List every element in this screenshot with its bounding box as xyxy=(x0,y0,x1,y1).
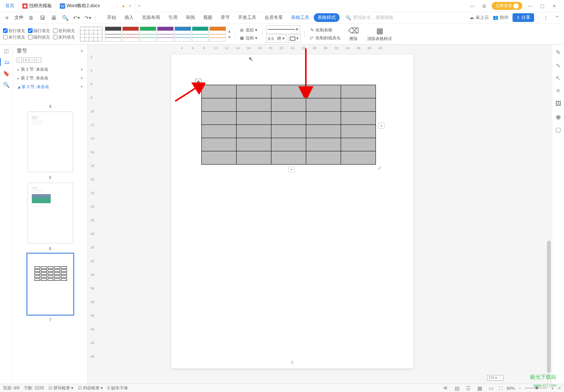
style-orange[interactable] xyxy=(209,26,226,42)
status-fit-icon[interactable]: ⛶ xyxy=(499,386,503,390)
tab-page-layout[interactable]: 页面布局 xyxy=(138,13,164,22)
rail-new-icon[interactable]: ◫ xyxy=(3,47,10,54)
redo-icon[interactable]: ↷▾ xyxy=(84,14,92,22)
rail-highlight-icon[interactable]: ∿ xyxy=(555,61,562,69)
eraser-button[interactable]: ⌫擦除 xyxy=(345,25,362,42)
style-dark[interactable] xyxy=(105,26,122,42)
nav-dropdown-icon[interactable]: ▾ xyxy=(23,58,28,63)
status-eye-icon[interactable]: 👁 xyxy=(442,384,449,392)
share-button[interactable]: ⇪ 分享 xyxy=(513,13,534,22)
command-search[interactable]: 🔍 查找命令、搜索模板 xyxy=(343,14,396,22)
status-font[interactable]: ⎘ 缺失字体 xyxy=(108,385,128,391)
tab-home[interactable]: 首页 xyxy=(2,0,19,12)
vertical-scrollbar[interactable] xyxy=(546,51,552,384)
tab-references[interactable]: 引用 xyxy=(165,13,181,22)
document-table[interactable] xyxy=(201,85,376,165)
tab-insert[interactable]: 插入 xyxy=(121,13,137,22)
style-purple[interactable] xyxy=(157,26,174,42)
status-web-view-icon[interactable]: ▦ xyxy=(476,384,483,392)
draw-diagonal-button[interactable]: ◸绘制斜线表头 xyxy=(308,34,341,42)
more-icon[interactable]: ⋮ xyxy=(542,14,550,22)
status-page[interactable]: 页面: 9/9 xyxy=(3,385,19,391)
rail-image-icon[interactable]: 🖼 xyxy=(555,100,562,107)
nav-close-icon[interactable]: ✕ xyxy=(80,48,84,54)
nav-check-icon[interactable]: ✓ xyxy=(17,58,22,63)
tab-start[interactable]: 开始 xyxy=(103,13,120,22)
nav-item-1[interactable]: 第 1 节: 未命名▾ xyxy=(15,65,85,74)
rail-bookmark-icon[interactable]: 🔖 xyxy=(3,70,10,77)
rail-present-icon[interactable]: ▢ xyxy=(555,126,562,133)
rail-select-icon[interactable]: ↖ xyxy=(555,74,562,82)
style-plain-preview[interactable] xyxy=(80,26,103,42)
undo-icon[interactable]: ↶▾ xyxy=(73,14,80,22)
new-icon[interactable]: 🗎 xyxy=(27,14,35,22)
clear-style-button[interactable]: ▦清除表格样式 xyxy=(364,25,395,42)
collab-button[interactable]: 👥 协作 xyxy=(493,14,509,21)
collapse-ribbon-icon[interactable]: ⌃ xyxy=(553,14,561,22)
status-expand-icon[interactable]: ⤢ xyxy=(558,386,561,390)
status-spell[interactable]: ☑ 拼写检查 ▾ xyxy=(48,385,73,391)
save-icon[interactable]: 🖫 xyxy=(39,14,46,22)
add-row-button[interactable]: + xyxy=(288,166,294,173)
thumb-6[interactable]: 2.DOCX—————————————————————— xyxy=(28,183,73,243)
minimize-button[interactable]: — xyxy=(525,2,534,11)
preview-icon[interactable]: 🔍 xyxy=(61,14,69,22)
chk-alt-row[interactable]: 隔行填充 xyxy=(28,28,50,34)
nav-item-3[interactable]: 第 3 节: 未命名▾ xyxy=(15,82,85,91)
chk-last-col[interactable]: 末列填充 xyxy=(53,34,75,40)
style-green[interactable] xyxy=(140,26,156,42)
cloud-status[interactable]: ☁ 未上云 xyxy=(469,14,489,21)
tab-view[interactable]: 视图 xyxy=(199,13,216,22)
gallery-more[interactable]: ▴▾ xyxy=(227,26,232,42)
horizontal-ruler[interactable]: 46810121416182022242628303234363840 xyxy=(98,45,545,51)
status-words[interactable]: 字数: 2220 xyxy=(24,385,44,391)
menu-icon[interactable]: ≡ xyxy=(3,14,11,22)
close-window-button[interactable]: ✕ xyxy=(550,2,559,11)
draw-table-button[interactable]: ✎绘制表格 xyxy=(308,26,341,34)
rail-spacing-icon[interactable]: ≡ xyxy=(555,87,562,95)
status-content[interactable]: ☑ 内容检查 ▾ xyxy=(78,385,103,391)
layout-icon[interactable]: ▭ xyxy=(467,2,477,11)
maximize-button[interactable]: ▢ xyxy=(538,2,547,11)
close-tab-icon[interactable]: ✕ xyxy=(128,4,131,8)
border-dropdown[interactable]: ▦边框 ▾ xyxy=(238,34,258,42)
chk-first-col[interactable]: 首列填充 xyxy=(53,28,75,34)
add-column-button[interactable]: + xyxy=(379,123,385,129)
chk-alt-col[interactable]: 隔列填充 xyxy=(28,34,50,40)
table-move-handle[interactable]: ✥ xyxy=(195,79,201,85)
rail-pencil-icon[interactable]: ✎ xyxy=(555,48,562,56)
print-icon[interactable]: 🖶 xyxy=(50,14,58,22)
tab-templates[interactable]: ◆找稻壳模板 xyxy=(19,0,56,12)
zoom-out-button[interactable]: − xyxy=(519,386,521,390)
style-teal[interactable] xyxy=(192,26,209,42)
tab-document[interactable]: W Word教程2.docx ▫ ● ✕ xyxy=(56,0,136,12)
chk-last-row[interactable]: 末行填充 xyxy=(3,34,25,40)
line-weight-spin[interactable]: 0.5 磅 ▾ xyxy=(266,34,287,43)
vertical-ruler[interactable]: 2468101214161820222426283032343638404244… xyxy=(88,51,98,384)
tab-sections[interactable]: 章节 xyxy=(217,13,234,22)
status-page-view-icon[interactable]: ▤ xyxy=(453,384,461,392)
thumb-5[interactable]: 第x章 xxxx1.DOCX—————————————————————— xyxy=(28,112,73,172)
new-tab-button[interactable]: ＋ xyxy=(136,2,143,10)
status-zoom[interactable]: 90% xyxy=(506,386,515,390)
nav-remove-icon[interactable]: − xyxy=(36,58,41,63)
tab-review[interactable]: 审阅 xyxy=(182,13,199,22)
status-read-icon[interactable]: ▭ xyxy=(487,384,495,392)
line-style-select[interactable]: ▾ xyxy=(266,25,300,34)
file-menu[interactable]: 文件 xyxy=(14,14,23,21)
tab-options-icon[interactable]: ▫ xyxy=(117,3,118,9)
tab-table-style[interactable]: 表格样式 xyxy=(314,13,340,22)
thumb-7[interactable] xyxy=(28,254,73,314)
shading-dropdown[interactable]: ◍底纹 ▾ xyxy=(238,26,258,34)
thumb-4-partial[interactable] xyxy=(28,93,73,101)
login-button[interactable]: 立即登录 xyxy=(492,2,522,10)
style-blue[interactable] xyxy=(174,26,191,42)
rail-sections-icon[interactable]: 🗂 xyxy=(0,58,12,66)
tab-table-tools[interactable]: 表格工具 xyxy=(287,13,313,22)
nav-add-icon[interactable]: + xyxy=(30,58,35,63)
line-color-select[interactable]: ▾ xyxy=(288,34,301,43)
apps-icon[interactable]: ⊞ xyxy=(480,2,489,11)
chk-first-row[interactable]: 首行填充 xyxy=(3,28,25,34)
rail-shape-icon[interactable]: ◉ xyxy=(555,113,562,120)
status-outline-icon[interactable]: ☰ xyxy=(464,384,472,392)
